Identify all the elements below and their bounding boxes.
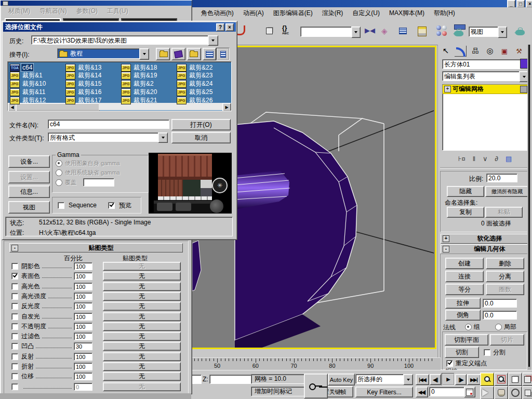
map-amount-field[interactable]: 100 [74,302,92,310]
normal-local-radio[interactable]: 局部 [495,323,516,331]
map-type-button[interactable]: 无 [103,342,181,351]
map-amount-spinner[interactable] [92,292,99,300]
selection-set-combo-arrow[interactable] [403,374,413,385]
gamma-override-spinner[interactable] [117,178,123,187]
map-type-button[interactable]: 无 [103,372,181,381]
fov-button[interactable] [480,386,494,399]
delete-button[interactable]: 删除 [486,258,524,269]
open-button[interactable]: 打开(O) [171,119,231,130]
unhide-all-button[interactable]: 撤消所有隐藏 [485,186,529,197]
map-amount-field[interactable]: 100 [74,262,92,270]
align-icon[interactable]: ◈ [381,26,388,36]
map-type-button[interactable]: 无 [103,292,181,301]
zoom-extents-button[interactable] [508,373,522,386]
map-amount-spinner[interactable] [92,332,99,340]
map-amount-field[interactable]: 100 [74,272,92,280]
normal-group-radio[interactable]: 组 [465,323,480,331]
current-frame-field[interactable]: 0 [429,387,467,396]
quick-render-icon[interactable] [515,30,525,35]
stack-onoff-swatch[interactable] [520,86,527,93]
extrude-field[interactable]: 0.0 [483,299,517,308]
divide-button[interactable]: 等分 [445,284,484,295]
map-enable-checkbox[interactable] [11,303,18,310]
preview-checkbox[interactable] [108,202,115,209]
modifier-stack[interactable]: + 可编辑网格 [442,84,529,151]
auto-key-button[interactable]: Auto Key [328,374,355,385]
map-enable-checkbox[interactable] [11,263,18,270]
file-item[interactable]: JPG裁剪&18 [121,63,175,72]
tab-display-icon[interactable]: ▣ [499,46,510,56]
go-to-start-button[interactable]: |◀◀ [416,374,429,385]
tab-utilities-icon[interactable]: ⚒ [513,46,525,56]
gamma-image-radio[interactable]: 使用图象自身 gamma [56,159,145,167]
main-menu-item[interactable]: 角色动画(h) [196,8,238,19]
named-selection-icon[interactable]: {} ABC [282,24,289,35]
main-menu-item[interactable]: 渲染(R) [317,8,348,19]
file-item[interactable]: JPG裁剪&24 [177,80,231,88]
map-amount-spinner[interactable] [92,323,99,330]
dialog-titlebar[interactable]: 选择位图文件 ? × [3,22,236,32]
map-type-button[interactable]: 无 [103,312,181,321]
file-item[interactable]: JPG裁剪&20 [121,88,175,96]
zoom-extents-all-button[interactable] [522,373,532,386]
map-type-button[interactable]: 无 [103,332,181,341]
file-item[interactable]: JPG裁剪&2 [121,80,175,88]
map-type-button[interactable]: 无 [103,272,181,281]
mat-editor-menu-item[interactable]: 材质(M) [4,6,35,17]
file-item[interactable]: JPG裁剪&13 [65,63,119,72]
object-name-field[interactable]: 长方体01 [442,59,521,69]
remove-modifier-icon[interactable]: ∂ [495,155,498,163]
add-time-tag-box[interactable]: 增加时间标记 [251,387,306,396]
map-amount-field[interactable]: 100 [74,283,92,290]
map-enable-checkbox[interactable] [11,353,18,360]
map-amount-field[interactable]: 100 [74,353,92,361]
arc-rotate-button[interactable] [508,386,522,399]
map-amount-spinner[interactable] [92,313,99,321]
detach-button[interactable]: 分离 [486,271,524,282]
tab-hierarchy-icon[interactable]: 品 [470,46,481,56]
extrude-spinner[interactable] [515,298,521,307]
rollout-collapse-icon[interactable]: - [443,246,449,252]
tab-create-icon[interactable]: ↖ [440,46,451,56]
map-enable-checkbox[interactable] [11,283,18,290]
min-max-toggle-button[interactable] [522,386,532,399]
main-minimize-button[interactable]: _ [507,0,515,7]
setup-button[interactable]: 设置... [8,171,50,183]
go-to-end-button[interactable]: ▶▶| [467,374,481,385]
map-amount-field[interactable]: 100 [74,373,92,380]
map-amount-field[interactable]: 100 [74,332,92,340]
map-type-button[interactable]: 无 [103,262,181,271]
lookin-combo[interactable]: 教程 [57,48,143,59]
main-menu-item[interactable]: MAX脚本(M) [384,8,429,19]
view-button[interactable]: 视图 [8,201,50,214]
history-combo[interactable]: F:\夜想设计\3D效果图\我的效果图 [31,35,212,45]
stack-expand-icon[interactable]: + [444,86,451,92]
bevel-spinner[interactable] [515,310,521,319]
bevel-button[interactable]: 倒角 [445,310,481,321]
extrude-button[interactable]: 拉伸 [445,298,481,309]
split-checkbox[interactable]: 分割 [484,348,506,357]
filetype-combo-arrow[interactable] [158,132,168,143]
paste-button[interactable]: 粘贴 [485,207,523,218]
z-coord-field[interactable] [209,375,253,384]
file-item[interactable]: JPG裁剪&12 [10,96,64,104]
named-selection-combo[interactable] [300,26,355,37]
map-enable-checkbox[interactable] [11,273,18,280]
render-scene-icon[interactable] [454,24,466,36]
map-amount-spinner[interactable] [92,342,99,350]
soft-selection-rollout[interactable]: + 软化选择 [441,234,529,244]
map-amount-spinner[interactable] [92,373,99,380]
file-item[interactable]: JPG裁剪&15 [65,80,119,88]
mat-editor-menu-item[interactable]: 参数(O) [72,6,102,17]
map-amount-field[interactable]: 100 [74,313,92,321]
selection-set-combo[interactable]: 所选择的 [355,374,407,384]
pan-button[interactable] [494,386,508,399]
mirror-icon[interactable]: ▶◀ [365,26,375,34]
gamma-override-field[interactable] [83,178,114,187]
map-enable-checkbox[interactable] [11,313,18,320]
map-amount-spinner[interactable] [92,272,99,280]
up-level-button[interactable]: ↑ [156,48,170,60]
play-button[interactable]: ▶ [442,373,455,385]
map-enable-checkbox[interactable] [11,333,18,340]
file-item[interactable]: JPG裁剪&16 [65,88,119,96]
